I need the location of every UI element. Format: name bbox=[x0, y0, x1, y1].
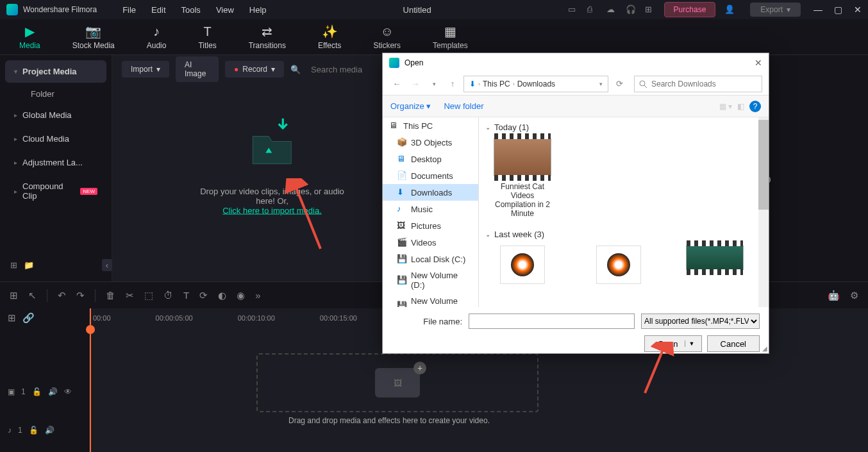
save-icon[interactable]: ⎙ bbox=[587, 4, 597, 15]
minimize-icon[interactable]: — bbox=[814, 4, 822, 15]
nav-titles[interactable]: TTitles bbox=[198, 24, 216, 50]
sidebar-item-global-media[interactable]: ▸Global Media bbox=[5, 104, 106, 126]
filename-input[interactable] bbox=[469, 314, 635, 329]
tree-downloads[interactable]: ⬇Downloads bbox=[383, 184, 478, 201]
up-button[interactable]: ↑ bbox=[445, 76, 460, 92]
grid-icon[interactable]: ⊞ bbox=[10, 290, 18, 301]
tree-3d-objects[interactable]: 📦3D Objects bbox=[383, 134, 478, 151]
open-button[interactable]: Open▼ bbox=[644, 335, 702, 352]
rotate-icon[interactable]: ⟳ bbox=[199, 290, 208, 301]
menu-help[interactable]: Help bbox=[249, 5, 267, 15]
collapse-icon[interactable]: ‹ bbox=[102, 259, 112, 271]
nav-stock-media[interactable]: 📷Stock Media bbox=[72, 24, 115, 50]
add-folder-icon[interactable]: ⊞ bbox=[10, 260, 17, 270]
add-track-icon[interactable]: ⊞ bbox=[8, 312, 16, 324]
record-button[interactable]: ●Record▾ bbox=[225, 61, 284, 78]
folder-icon[interactable]: 📁 bbox=[24, 260, 34, 270]
group-today[interactable]: ⌄Today (1) bbox=[485, 120, 762, 135]
apps-icon[interactable]: ⊞ bbox=[645, 4, 655, 15]
sidebar-item-project-media[interactable]: ▾Project Media bbox=[5, 60, 106, 83]
chevron-down-icon[interactable]: ▾ bbox=[599, 81, 603, 87]
mute-icon[interactable]: 🔊 bbox=[45, 426, 54, 435]
menu-view[interactable]: View bbox=[216, 5, 234, 15]
nav-effects[interactable]: ✨Effects bbox=[318, 24, 341, 50]
more-icon[interactable]: » bbox=[255, 290, 260, 301]
preview-pane-button[interactable]: ◧ bbox=[737, 102, 744, 111]
menu-tools[interactable]: Tools bbox=[181, 5, 201, 15]
user-icon[interactable]: 👤 bbox=[724, 4, 735, 15]
chevron-down-icon[interactable]: ▼ bbox=[685, 340, 699, 347]
address-bar[interactable]: ⬇ › This PC › Downloads ▾ bbox=[463, 76, 608, 92]
tree-music[interactable]: ♪Music bbox=[383, 201, 478, 217]
group-last-week[interactable]: ⌄Last week (3) bbox=[485, 227, 762, 242]
export-button[interactable]: Export▾ bbox=[750, 3, 801, 17]
new-folder-button[interactable]: New folder bbox=[444, 101, 483, 111]
dialog-close-button[interactable]: ✕ bbox=[755, 58, 762, 68]
dialog-search-input[interactable] bbox=[634, 76, 762, 92]
link-icon[interactable]: 🔗 bbox=[22, 312, 35, 324]
nav-media[interactable]: ▶Media bbox=[19, 24, 40, 50]
redo-icon[interactable]: ↷ bbox=[76, 290, 85, 301]
back-button[interactable]: ← bbox=[389, 76, 405, 92]
file-list[interactable]: ⌄Today (1) Funniest Cat Videos Compilati… bbox=[479, 117, 769, 307]
tree-local-disk[interactable]: 💾Local Disk (C:) bbox=[383, 251, 478, 267]
file-item[interactable] bbox=[683, 246, 747, 284]
cut-icon[interactable]: ✂ bbox=[126, 290, 134, 301]
adjust-icon[interactable]: ◉ bbox=[237, 290, 245, 301]
crop-icon[interactable]: ⬚ bbox=[144, 290, 153, 301]
tree-volume-e[interactable]: 💾New Volume (E:) bbox=[383, 293, 478, 307]
cancel-button[interactable]: Cancel bbox=[707, 335, 760, 352]
undo-icon[interactable]: ↶ bbox=[58, 290, 66, 301]
delete-icon[interactable]: 🗑 bbox=[106, 290, 115, 301]
eye-icon[interactable]: 👁 bbox=[64, 387, 72, 396]
device-icon[interactable]: ▭ bbox=[568, 4, 578, 15]
tree-desktop[interactable]: 🖥Desktop bbox=[383, 151, 478, 167]
video-track-header[interactable]: ▣1 🔓 🔊 👁 bbox=[0, 372, 89, 411]
cloud-icon[interactable]: ☁ bbox=[606, 4, 617, 15]
nav-templates[interactable]: ▦Templates bbox=[433, 24, 468, 50]
scrollbar[interactable] bbox=[758, 117, 769, 307]
ai-icon[interactable]: 🤖 bbox=[828, 290, 840, 301]
recent-button[interactable]: ▾ bbox=[426, 76, 442, 92]
file-item[interactable] bbox=[490, 246, 555, 284]
import-link[interactable]: Click here to import media. bbox=[192, 205, 353, 215]
import-button[interactable]: Import▾ bbox=[122, 61, 169, 78]
maximize-icon[interactable]: ▢ bbox=[834, 4, 842, 15]
menu-edit[interactable]: Edit bbox=[151, 5, 165, 15]
file-filter-select[interactable]: All supported files(*.MP4;*.FLV; bbox=[641, 314, 760, 329]
resize-grip-icon[interactable]: ◢ bbox=[762, 345, 767, 352]
organize-button[interactable]: Organize ▾ bbox=[390, 101, 431, 111]
drop-area[interactable]: Drop your video clips, images, or audio … bbox=[192, 122, 353, 215]
tree-pictures[interactable]: 🖼Pictures bbox=[383, 217, 478, 234]
help-button[interactable]: ? bbox=[749, 101, 761, 112]
tree-videos[interactable]: 🎬Videos bbox=[383, 234, 478, 251]
file-item-cat-video[interactable]: Funniest Cat Videos Compilation in 2 Min… bbox=[490, 138, 555, 218]
refresh-button[interactable]: ⟳ bbox=[612, 76, 627, 92]
timeline-drop-zone[interactable]: 🖼+ bbox=[256, 353, 538, 412]
tree-documents[interactable]: 📄Documents bbox=[383, 167, 478, 184]
color-icon[interactable]: ◐ bbox=[218, 290, 226, 301]
playhead[interactable] bbox=[90, 308, 91, 452]
settings-icon[interactable]: ⚙ bbox=[850, 290, 858, 301]
speed-icon[interactable]: ⏱ bbox=[163, 290, 173, 301]
forward-button[interactable]: → bbox=[408, 76, 423, 92]
view-mode-button[interactable]: ▦ ▾ bbox=[719, 102, 732, 111]
close-icon[interactable]: ✕ bbox=[854, 4, 862, 15]
tree-this-pc[interactable]: 🖥This PC bbox=[383, 117, 478, 134]
sidebar-item-cloud-media[interactable]: ▸Cloud Media bbox=[5, 128, 106, 150]
cursor-icon[interactable]: ↖ bbox=[28, 290, 37, 301]
tree-volume-d[interactable]: 💾New Volume (D:) bbox=[383, 267, 478, 293]
nav-stickers[interactable]: ☺Stickers bbox=[373, 24, 401, 50]
file-item[interactable] bbox=[587, 246, 651, 284]
ai-image-button[interactable]: AI Image bbox=[176, 56, 219, 82]
text-icon[interactable]: T bbox=[183, 290, 189, 301]
sidebar-item-folder[interactable]: Folder bbox=[5, 84, 106, 104]
headphones-icon[interactable]: 🎧 bbox=[626, 4, 636, 15]
sidebar-item-adjustment[interactable]: ▸Adjustment La... bbox=[5, 151, 106, 174]
menu-file[interactable]: File bbox=[122, 5, 136, 15]
lock-icon[interactable]: 🔓 bbox=[32, 387, 42, 396]
lock-icon[interactable]: 🔓 bbox=[29, 426, 38, 435]
nav-audio[interactable]: ♪Audio bbox=[147, 24, 167, 50]
mute-icon[interactable]: 🔊 bbox=[48, 387, 58, 396]
sidebar-item-compound[interactable]: ▸Compound ClipNEW bbox=[5, 175, 106, 207]
